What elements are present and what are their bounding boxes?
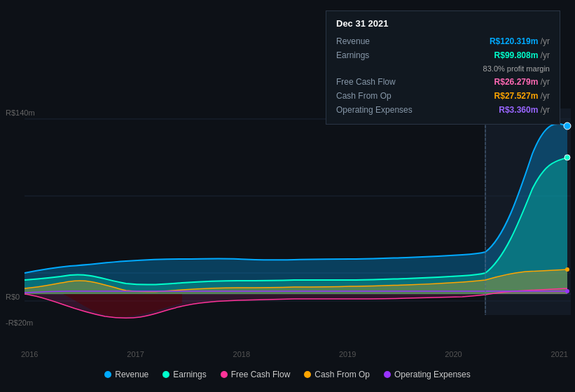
legend-label-opex: Operating Expenses [394, 370, 471, 379]
svg-point-11 [565, 267, 569, 272]
tooltip-row-margin: 83.0% profit margin [336, 62, 550, 75]
tooltip-row-revenue: Revenue R$120.319m /yr [336, 34, 550, 48]
legend-earnings[interactable]: Earnings [162, 370, 206, 379]
tooltip-date: Dec 31 2021 [336, 18, 550, 29]
svg-point-10 [564, 155, 570, 160]
legend-fcf[interactable]: Free Cash Flow [221, 370, 291, 379]
tooltip-label-opex: Operating Expenses [336, 105, 420, 115]
x-label-2016: 2016 [21, 350, 38, 358]
x-label-2017: 2017 [127, 350, 144, 358]
tooltip-value-opex: R$3.360m /yr [499, 105, 550, 115]
y-label-140: R$140m [6, 108, 35, 117]
legend-dot-revenue [104, 371, 111, 378]
tooltip-row-earnings: Earnings R$99.808m /yr [336, 48, 550, 62]
x-label-2021: 2021 [550, 350, 567, 358]
svg-point-9 [564, 122, 571, 130]
x-axis: 2016 2017 2018 2019 2020 2021 [21, 350, 568, 358]
tooltip-label-fcf: Free Cash Flow [336, 77, 420, 87]
y-label-0: R$0 [6, 293, 20, 301]
legend-dot-earnings [162, 371, 169, 378]
tooltip-value-earnings: R$99.808m /yr [494, 50, 550, 60]
legend-revenue[interactable]: Revenue [104, 370, 148, 379]
legend-label-cashop: Cash From Op [314, 370, 370, 379]
legend-label-revenue: Revenue [115, 370, 148, 379]
tooltip-row-opex: Operating Expenses R$3.360m /yr [336, 103, 550, 117]
legend-dot-fcf [221, 371, 228, 378]
tooltip-value-revenue: R$120.319m /yr [490, 36, 550, 46]
tooltip-row-cashop: Cash From Op R$27.527m /yr [336, 89, 550, 103]
x-label-2019: 2019 [339, 350, 356, 358]
y-label-neg: -R$20m [6, 318, 33, 327]
legend-dot-cashop [304, 371, 311, 378]
tooltip-label-earnings: Earnings [336, 50, 420, 60]
legend-cashop[interactable]: Cash From Op [304, 370, 370, 379]
tooltip-margin: 83.0% profit margin [483, 64, 550, 73]
legend-label-fcf: Free Cash Flow [231, 370, 291, 379]
x-label-2018: 2018 [233, 350, 250, 358]
legend: Revenue Earnings Free Cash Flow Cash Fro… [0, 364, 575, 385]
tooltip-label-cashop: Cash From Op [336, 91, 420, 101]
tooltip-box: Dec 31 2021 Revenue R$120.319m /yr Earni… [326, 10, 560, 125]
tooltip-value-cashop: R$27.527m /yr [494, 91, 550, 101]
legend-opex[interactable]: Operating Expenses [384, 370, 471, 379]
tooltip-label-revenue: Revenue [336, 36, 420, 46]
legend-label-earnings: Earnings [173, 370, 206, 379]
svg-point-12 [565, 289, 569, 293]
x-label-2020: 2020 [445, 350, 462, 358]
legend-dot-opex [384, 371, 391, 378]
tooltip-value-fcf: R$26.279m /yr [494, 77, 550, 87]
tooltip-row-fcf: Free Cash Flow R$26.279m /yr [336, 75, 550, 89]
